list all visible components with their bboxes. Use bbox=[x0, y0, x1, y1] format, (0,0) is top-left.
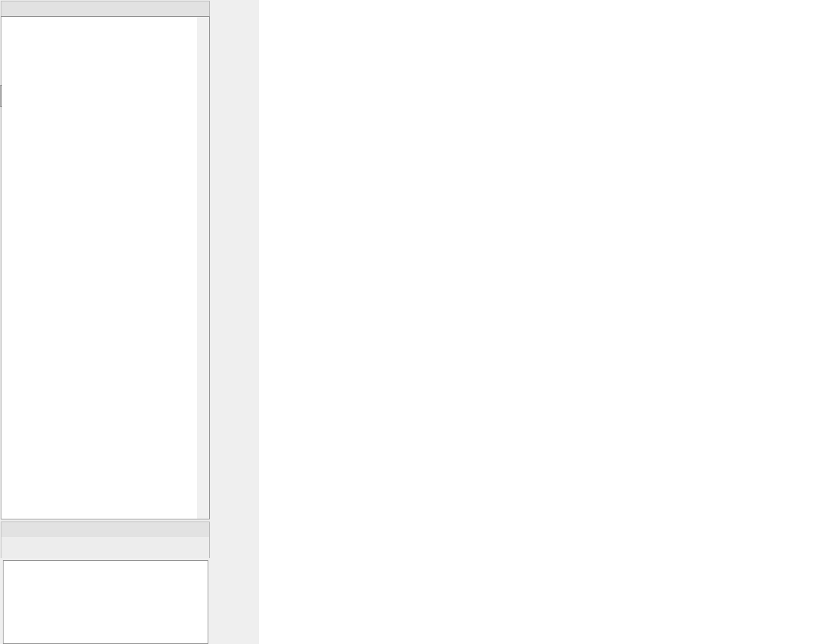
bookmark-browser-panel bbox=[1, 522, 210, 644]
bookmark-titlebar bbox=[1, 522, 210, 537]
application-window: { "window": { "background": "#ffffff", "… bbox=[0, 0, 839, 644]
connections-toolbar bbox=[211, 0, 259, 644]
float-icon[interactable] bbox=[181, 524, 194, 536]
project-tree-scrollbar[interactable] bbox=[197, 17, 209, 519]
close-icon[interactable] bbox=[194, 4, 206, 15]
scroll-down-icon[interactable] bbox=[197, 507, 209, 519]
close-icon[interactable] bbox=[194, 524, 206, 536]
project-tree-titlebar bbox=[1, 1, 210, 16]
scroll-up-icon[interactable] bbox=[197, 17, 209, 28]
dock-edge-tab[interactable] bbox=[0, 85, 2, 107]
project-tree-panel bbox=[1, 1, 210, 519]
project-tree bbox=[1, 17, 197, 519]
bookmark-toolbar bbox=[1, 537, 210, 558]
model-viewport[interactable] bbox=[259, 0, 839, 644]
project-tree-body bbox=[1, 16, 210, 519]
left-dock bbox=[0, 0, 211, 644]
bookmark-content[interactable] bbox=[3, 560, 208, 644]
float-icon[interactable] bbox=[181, 4, 194, 15]
